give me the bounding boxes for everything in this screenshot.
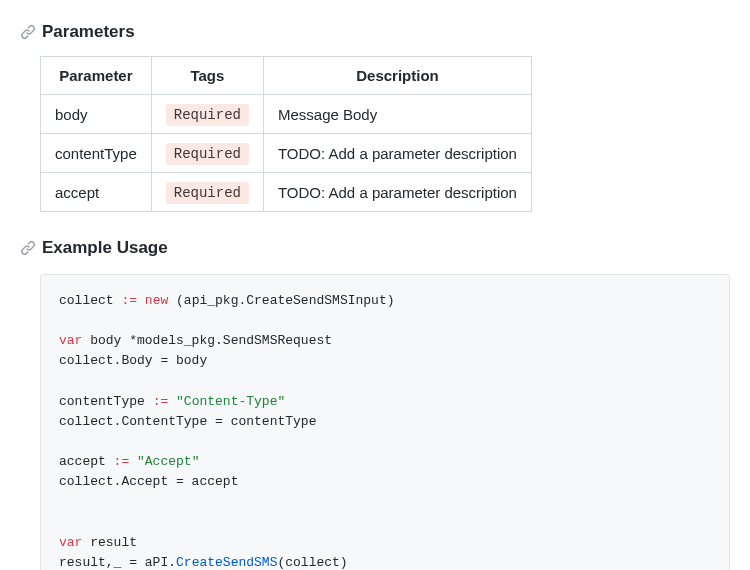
code-op: := xyxy=(153,394,169,409)
code-text: result,_ = aPI. xyxy=(59,555,176,570)
code-text: (collect) xyxy=(277,555,347,570)
parameters-heading: Parameters xyxy=(20,22,730,42)
link-icon[interactable] xyxy=(20,24,36,40)
col-tags: Tags xyxy=(151,57,263,95)
col-description: Description xyxy=(263,57,531,95)
code-text: contentType xyxy=(59,394,153,409)
example-heading-text: Example Usage xyxy=(42,238,168,258)
parameters-table: Parameter Tags Description body Required… xyxy=(40,56,532,212)
param-desc: TODO: Add a parameter description xyxy=(263,173,531,212)
code-text: collect.Accept = accept xyxy=(59,474,238,489)
code-text: result xyxy=(82,535,137,550)
code-text: body *models_pkg.SendSMSRequest xyxy=(82,333,332,348)
code-text: (api_pkg.CreateSendSMSInput) xyxy=(168,293,394,308)
example-heading: Example Usage xyxy=(20,238,730,258)
code-text: collect.ContentType = contentType xyxy=(59,414,316,429)
code-op: := xyxy=(114,454,130,469)
required-tag: Required xyxy=(166,182,249,204)
code-keyword: new xyxy=(137,293,168,308)
code-text: accept xyxy=(59,454,114,469)
param-tag: Required xyxy=(151,95,263,134)
code-function: CreateSendSMS xyxy=(176,555,277,570)
param-name: contentType xyxy=(41,134,152,173)
param-desc: Message Body xyxy=(263,95,531,134)
col-parameter: Parameter xyxy=(41,57,152,95)
table-header-row: Parameter Tags Description xyxy=(41,57,532,95)
required-tag: Required xyxy=(166,104,249,126)
code-string: "Content-Type" xyxy=(168,394,285,409)
code-keyword: var xyxy=(59,333,82,348)
code-text: collect.Body = body xyxy=(59,353,207,368)
param-tag: Required xyxy=(151,134,263,173)
code-string: "Accept" xyxy=(129,454,199,469)
param-name: body xyxy=(41,95,152,134)
code-keyword: var xyxy=(59,535,82,550)
table-row: accept Required TODO: Add a parameter de… xyxy=(41,173,532,212)
parameters-heading-text: Parameters xyxy=(42,22,135,42)
param-tag: Required xyxy=(151,173,263,212)
link-icon[interactable] xyxy=(20,240,36,256)
table-row: contentType Required TODO: Add a paramet… xyxy=(41,134,532,173)
table-row: body Required Message Body xyxy=(41,95,532,134)
code-op: := xyxy=(121,293,137,308)
param-desc: TODO: Add a parameter description xyxy=(263,134,531,173)
param-name: accept xyxy=(41,173,152,212)
required-tag: Required xyxy=(166,143,249,165)
code-block: collect := new (api_pkg.CreateSendSMSInp… xyxy=(40,274,730,570)
code-text: collect xyxy=(59,293,121,308)
